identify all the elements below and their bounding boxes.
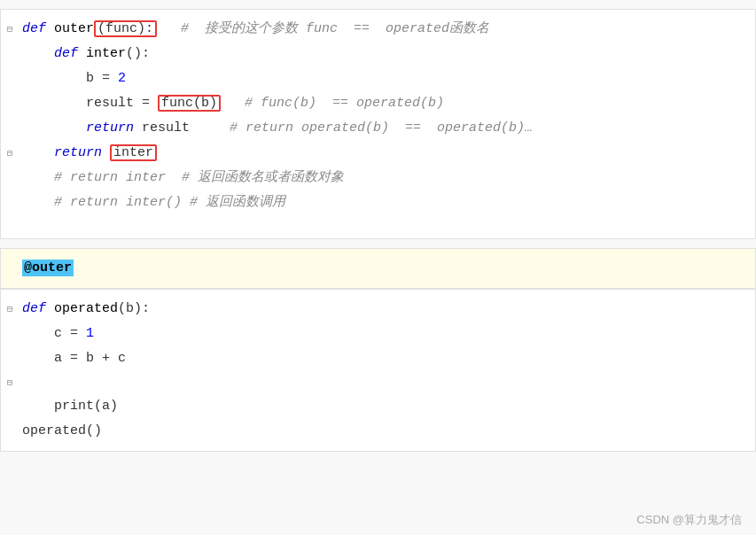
line-c-assign: c = 1 — [1, 322, 755, 346]
fold-icon-3[interactable]: ⊟ — [4, 304, 15, 314]
fold-icon-4[interactable]: ⊟ — [4, 377, 15, 388]
decorator-text: @outer — [22, 260, 74, 276]
line-decorator: @outer — [1, 256, 755, 281]
line-print: print(a) — [1, 394, 755, 419]
code-line-op-5-text: print(a) — [19, 395, 755, 418]
code-line-7-text: # return inter # 返回函数名或者函数对象 — [19, 167, 755, 190]
line-b-assign: b = 2 — [1, 66, 755, 91]
highlight-box-inter: inter — [110, 144, 157, 161]
code-block-decorator: @outer — [0, 248, 756, 289]
code-line-2-text: def inter(): — [19, 43, 755, 66]
gutter-fold-6[interactable]: ⊟ — [1, 148, 19, 159]
highlight-box-funcb: func(b) — [158, 95, 221, 112]
fold-icon-2[interactable]: ⊟ — [4, 148, 15, 159]
code-line-5-text: return result # return operated(b) == op… — [19, 117, 755, 140]
code-line-8-text: # return inter() # 返回函数调用 — [19, 191, 755, 214]
code-line-4-text: result = func(b) # func(b) == operated(b… — [19, 92, 755, 115]
highlight-box-func: (func): — [94, 20, 157, 37]
fold-icon-1[interactable]: ⊟ — [4, 24, 15, 35]
code-line-op-1-text: def operated(b): — [19, 298, 755, 321]
line-return-result: return result # return operated(b) == op… — [1, 116, 755, 141]
code-line-1-text: def outer(func): # 接受的这个参数 func == opera… — [19, 18, 755, 41]
line-comment-2: # return inter() # 返回函数调用 — [1, 190, 755, 215]
code-container: ⊟ def outer(func): # 接受的这个参数 func == ope… — [0, 0, 756, 535]
code-line-op-3-text: a = b + c — [19, 347, 755, 370]
line-blank-op: ⊟ — [1, 371, 755, 394]
code-line-op-6-text: operated() — [19, 420, 755, 443]
code-line-op-2-text: c = 1 — [19, 322, 755, 345]
code-block-operated: ⊟ def operated(b): c = 1 a = b + c ⊟ pri… — [0, 289, 756, 452]
line-return-inter: ⊟ return inter — [1, 141, 755, 166]
gutter-fold-op2[interactable]: ⊟ — [1, 377, 19, 388]
gutter-fold-1[interactable]: ⊟ — [1, 24, 19, 35]
gutter-fold-op[interactable]: ⊟ — [1, 304, 19, 314]
line-a-assign: a = b + c — [1, 346, 755, 371]
line-def-inter: def inter(): — [1, 42, 755, 66]
blank-spacer-1 — [1, 215, 755, 231]
line-def-operated: ⊟ def operated(b): — [1, 297, 755, 322]
line-def-outer: ⊟ def outer(func): # 接受的这个参数 func == ope… — [1, 17, 755, 42]
line-comment-1: # return inter # 返回函数名或者函数对象 — [1, 166, 755, 190]
code-line-6-text: return inter — [19, 142, 755, 165]
code-line-decorator-text: @outer — [19, 257, 755, 280]
line-result-assign: result = func(b) # func(b) == operated(b… — [1, 91, 755, 116]
code-block-1: ⊟ def outer(func): # 接受的这个参数 func == ope… — [0, 9, 756, 239]
line-operated-call: operated() — [1, 419, 755, 444]
code-line-3-text: b = 2 — [19, 67, 755, 90]
watermark: CSDN @算力鬼才信 — [636, 512, 742, 528]
